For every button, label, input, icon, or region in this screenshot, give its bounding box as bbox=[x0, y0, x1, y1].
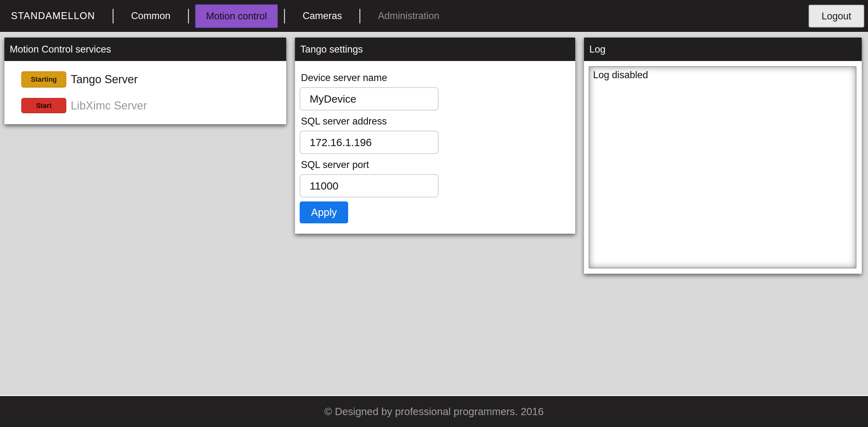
panel-motion-control-services: Motion Control services Starting Tango S… bbox=[4, 37, 286, 124]
brand: STANDAMELLON bbox=[11, 10, 95, 22]
sql-server-address-label: SQL server address bbox=[301, 116, 570, 127]
apply-button[interactable]: Apply bbox=[300, 202, 348, 223]
footer: © Designed by professional programmers. … bbox=[0, 395, 868, 427]
panel-title-services: Motion Control services bbox=[4, 37, 286, 61]
tango-settings-form: Device server name SQL server address SQ… bbox=[295, 61, 575, 223]
sql-server-address-input[interactable] bbox=[300, 131, 438, 154]
nav-separator bbox=[113, 9, 114, 24]
log-textarea[interactable]: Log disabled bbox=[589, 66, 857, 268]
service-name: Tango Server bbox=[71, 73, 137, 86]
panel-title-tango: Tango settings bbox=[295, 37, 575, 61]
panel-tango-settings: Tango settings Device server name SQL se… bbox=[295, 37, 575, 234]
services-body: Starting Tango Server Start LibXimc Serv… bbox=[4, 61, 286, 124]
service-name: LibXimc Server bbox=[71, 99, 147, 112]
tango-server-status-button[interactable]: Starting bbox=[21, 71, 66, 88]
service-row-libximc-server: Start LibXimc Server bbox=[21, 98, 280, 113]
navbar: STANDAMELLON Common Motion control Camer… bbox=[0, 0, 868, 33]
nav-separator bbox=[360, 9, 360, 24]
nav-item-administration[interactable]: Administration bbox=[378, 10, 439, 22]
main-content: Motion Control services Starting Tango S… bbox=[0, 33, 868, 395]
libximc-server-start-button[interactable]: Start bbox=[21, 98, 66, 113]
device-server-name-label: Device server name bbox=[301, 72, 570, 84]
nav-item-cameras[interactable]: Cameras bbox=[303, 10, 342, 22]
logout-button[interactable]: Logout bbox=[809, 5, 864, 28]
footer-credit-text: © Designed by professional programmers. … bbox=[324, 406, 544, 418]
nav-separator bbox=[188, 9, 189, 24]
device-server-name-input[interactable] bbox=[300, 87, 438, 111]
sql-server-port-label: SQL server port bbox=[301, 159, 570, 171]
page: STANDAMELLON Common Motion control Camer… bbox=[0, 0, 868, 427]
nav-separator bbox=[284, 9, 285, 24]
nav-item-common[interactable]: Common bbox=[131, 10, 170, 22]
nav-item-motion-control[interactable]: Motion control bbox=[195, 4, 278, 28]
service-row-tango-server: Starting Tango Server bbox=[21, 71, 280, 88]
log-body: Log disabled bbox=[584, 61, 862, 275]
panel-title-log: Log bbox=[584, 37, 862, 61]
sql-server-port-input[interactable] bbox=[300, 174, 438, 197]
panel-log: Log Log disabled bbox=[584, 37, 862, 274]
